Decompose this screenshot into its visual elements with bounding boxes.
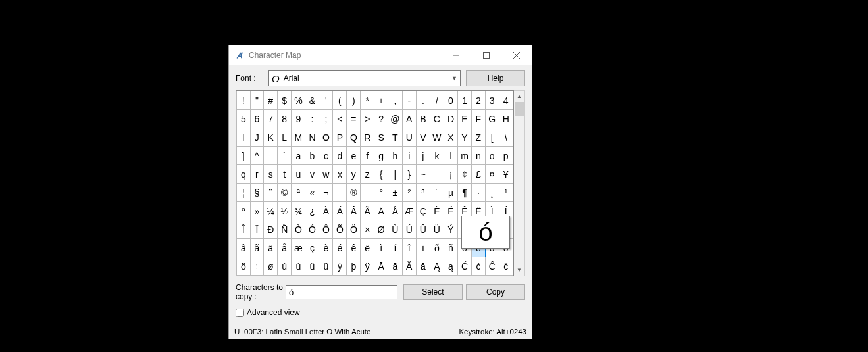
character-cell[interactable]: m (457, 147, 471, 165)
character-cell[interactable]: ñ (444, 239, 458, 257)
character-cell[interactable]: h (388, 147, 402, 165)
characters-to-copy-input[interactable] (286, 285, 397, 299)
character-cell[interactable]: ĉ (499, 257, 513, 276)
character-cell[interactable]: l (444, 147, 458, 165)
scroll-up-icon[interactable]: ▲ (514, 91, 524, 102)
character-cell[interactable]: Ó (305, 220, 319, 239)
character-cell[interactable]: 4 (499, 91, 513, 110)
character-cell[interactable]: C (430, 110, 444, 128)
character-cell[interactable]: Ä (374, 202, 388, 220)
minimize-button[interactable] (441, 45, 471, 65)
character-cell[interactable]: 5 (237, 110, 251, 128)
character-cell[interactable]: ç (305, 239, 319, 257)
character-cell[interactable]: R (361, 128, 374, 147)
character-cell[interactable]: ' (319, 91, 333, 110)
character-cell[interactable]: Ö (347, 220, 361, 239)
character-cell[interactable]: @ (388, 110, 402, 128)
character-cell[interactable]: s (264, 165, 278, 184)
character-cell[interactable]: z (361, 165, 374, 184)
character-cell[interactable]: 0 (444, 91, 458, 110)
character-cell[interactable]: © (278, 184, 292, 202)
character-cell[interactable]: Ă (402, 257, 416, 276)
character-cell[interactable]: Æ (402, 202, 416, 220)
character-cell[interactable]: µ (444, 184, 458, 202)
character-cell[interactable]: Ò (292, 220, 305, 239)
character-cell[interactable]: · (472, 184, 486, 202)
character-cell[interactable]: ê (347, 239, 361, 257)
character-cell[interactable]: > (361, 110, 374, 128)
character-cell[interactable]: ! (237, 91, 251, 110)
character-cell[interactable]: [ (485, 128, 499, 147)
select-button[interactable]: Select (403, 284, 463, 300)
character-cell[interactable]: Ĉ (485, 257, 499, 276)
character-cell[interactable]: ¥ (499, 165, 513, 184)
character-cell[interactable]: £ (472, 165, 486, 184)
character-cell[interactable]: ù (278, 257, 292, 276)
character-cell[interactable]: & (305, 91, 319, 110)
character-cell[interactable]: w (319, 165, 333, 184)
character-cell[interactable]: d (333, 147, 347, 165)
character-cell[interactable]: - (402, 91, 416, 110)
scroll-thumb[interactable] (515, 102, 524, 116)
character-cell[interactable]: Ć (457, 257, 471, 276)
character-cell[interactable]: ) (347, 91, 361, 110)
character-cell[interactable]: â (237, 239, 251, 257)
character-cell[interactable]: { (374, 165, 388, 184)
character-cell[interactable]: ¨ (264, 184, 278, 202)
character-cell[interactable]: 3 (485, 91, 499, 110)
character-cell[interactable]: k (430, 147, 444, 165)
character-cell[interactable] (430, 165, 444, 184)
character-cell[interactable]: W (430, 128, 444, 147)
character-cell[interactable]: i (402, 147, 416, 165)
character-cell[interactable]: V (416, 128, 430, 147)
character-cell[interactable]: Ð (264, 220, 278, 239)
character-cell[interactable]: ¼ (264, 202, 278, 220)
character-cell[interactable]: \ (499, 128, 513, 147)
character-cell[interactable]: G (485, 110, 499, 128)
character-cell[interactable]: : (305, 110, 319, 128)
character-cell[interactable]: Q (347, 128, 361, 147)
character-cell[interactable]: H (499, 110, 513, 128)
character-cell[interactable]: À (319, 202, 333, 220)
character-cell[interactable]: ² (402, 184, 416, 202)
character-cell[interactable]: § (250, 184, 264, 202)
character-cell[interactable]: Ù (388, 220, 402, 239)
character-cell[interactable]: A (402, 110, 416, 128)
character-cell[interactable]: < (333, 110, 347, 128)
character-cell[interactable]: p (499, 147, 513, 165)
character-cell[interactable]: ë (361, 239, 374, 257)
character-cell[interactable]: x (333, 165, 347, 184)
character-cell[interactable]: ¦ (237, 184, 251, 202)
character-cell[interactable]: 7 (264, 110, 278, 128)
character-cell[interactable]: ï (416, 239, 430, 257)
character-cell[interactable]: ¤ (485, 165, 499, 184)
character-cell[interactable]: ¹ (499, 184, 513, 202)
character-cell[interactable]: ¾ (292, 202, 305, 220)
character-cell[interactable]: ? (374, 110, 388, 128)
character-cell[interactable]: ¶ (457, 184, 471, 202)
character-cell[interactable]: Ą (430, 257, 444, 276)
character-cell[interactable]: f (361, 147, 374, 165)
advanced-view-checkbox[interactable] (236, 309, 244, 317)
character-cell[interactable]: K (264, 128, 278, 147)
character-cell[interactable]: r (250, 165, 264, 184)
character-cell[interactable]: Ô (319, 220, 333, 239)
character-cell[interactable]: Å (388, 202, 402, 220)
character-cell[interactable]: L (278, 128, 292, 147)
character-cell[interactable]: F (472, 110, 486, 128)
character-cell[interactable]: Z (472, 128, 486, 147)
character-cell[interactable]: ½ (278, 202, 292, 220)
character-cell[interactable]: I (237, 128, 251, 147)
font-select[interactable]: O Arial ▼ (268, 70, 461, 86)
character-cell[interactable]: 2 (472, 91, 486, 110)
character-cell[interactable]: T (388, 128, 402, 147)
maximize-button[interactable] (471, 45, 501, 65)
character-cell[interactable]: « (305, 184, 319, 202)
character-cell[interactable]: ÷ (250, 257, 264, 276)
character-cell[interactable]: ³ (416, 184, 430, 202)
character-cell[interactable]: ð (430, 239, 444, 257)
character-cell[interactable]: Ñ (278, 220, 292, 239)
character-cell[interactable]: û (305, 257, 319, 276)
character-cell[interactable]: × (361, 220, 374, 239)
character-cell[interactable]: ø (264, 257, 278, 276)
